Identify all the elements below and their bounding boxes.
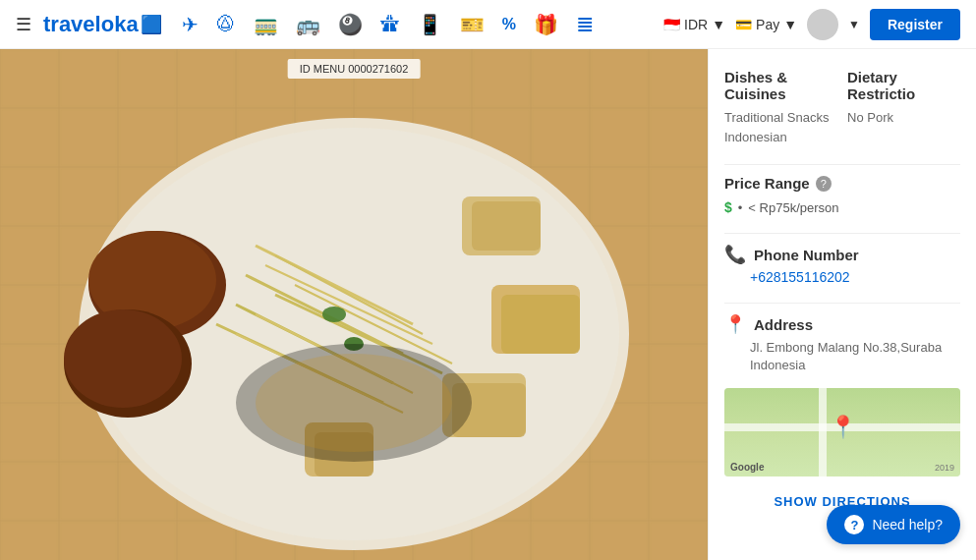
dishes-value: Traditional Snacks Indonesian: [724, 108, 837, 146]
sim-icon[interactable]: 📱: [418, 13, 442, 36]
register-button[interactable]: Register: [870, 9, 960, 40]
currency-chevron-icon: ▼: [712, 17, 725, 32]
svg-rect-21: [472, 201, 541, 251]
gift-icon[interactable]: 🎁: [534, 13, 558, 36]
food-image-container: ID MENU 0000271602: [0, 49, 708, 560]
more-icon[interactable]: ≣: [576, 12, 594, 37]
dishes-column: Dishes & Cuisines Traditional Snacks Ind…: [724, 69, 837, 146]
navbar: ☰ traveloka 🟦 ✈ 🟕 🚃 🚌 🎱 🛣 📱 🎫 % 🎁 ≣ 🇮🇩 I…: [0, 0, 976, 49]
dietary-column: Dietary Restrictio No Pork: [847, 69, 960, 146]
address-section: 📍 Address Jl. Embong Malang No.38,Suraba…: [724, 313, 960, 374]
flag-icon: 🇮🇩: [663, 17, 680, 32]
food-image: ID MENU 0000271602: [0, 49, 708, 560]
price-text: < Rp75k/person: [748, 200, 838, 215]
location-icon: 📍: [724, 313, 746, 335]
logo[interactable]: traveloka 🟦: [43, 12, 162, 37]
svg-point-31: [256, 354, 452, 452]
pay-selector[interactable]: 💳 Pay ▼: [735, 17, 797, 32]
main-content: ID MENU 0000271602 Dishes & Cuisines Tra…: [0, 49, 976, 560]
need-help-label: Need help?: [872, 517, 943, 532]
map-background: 📍 Google 2019: [724, 388, 960, 476]
dietary-title: Dietary Restrictio: [847, 69, 960, 102]
help-circle-icon: ?: [844, 515, 864, 534]
dietary-value: No Pork: [847, 108, 960, 128]
phone-icon: 📞: [724, 244, 746, 265]
map-road-vertical: [819, 388, 827, 476]
address-header: 📍 Address: [724, 313, 960, 335]
need-help-button[interactable]: ? Need help?: [827, 505, 960, 544]
hotel-icon[interactable]: 🟕: [216, 13, 236, 35]
dishes-title: Dishes & Cuisines: [724, 69, 837, 102]
currency-selector[interactable]: 🇮🇩 IDR ▼: [663, 17, 725, 32]
pay-label: Pay: [756, 17, 779, 32]
ticket-icon[interactable]: 🎫: [460, 13, 485, 36]
info-panel: Dishes & Cuisines Traditional Snacks Ind…: [708, 49, 976, 560]
currency-label: IDR: [684, 17, 708, 32]
logo-bird-icon: 🟦: [141, 14, 162, 35]
flight-icon[interactable]: ✈: [182, 13, 199, 36]
price-bullet: •: [738, 200, 743, 215]
promo-icon[interactable]: %: [502, 16, 516, 33]
phone-number[interactable]: +628155116202: [750, 269, 960, 285]
avatar[interactable]: [807, 9, 838, 40]
phone-title: Phone Number: [754, 247, 859, 263]
svg-rect-23: [501, 295, 580, 354]
train-icon[interactable]: 🚃: [254, 13, 278, 36]
nav-right: 🇮🇩 IDR ▼ 💳 Pay ▼ ▼ Register: [663, 9, 960, 40]
airport-transfer-icon[interactable]: 🛣: [380, 13, 400, 35]
map-year: 2019: [935, 463, 954, 473]
dishes-dietary-section: Dishes & Cuisines Traditional Snacks Ind…: [724, 69, 960, 146]
price-range-header: Price Range ?: [724, 175, 960, 192]
price-range-help-icon[interactable]: ?: [816, 176, 832, 192]
menu-id-text: ID MENU 0000271602: [300, 63, 409, 75]
price-value: $ • < Rp75k/person: [724, 199, 960, 215]
svg-point-9: [64, 309, 182, 408]
logo-text: traveloka: [43, 12, 139, 37]
google-logo: Google: [730, 462, 764, 473]
price-range-title: Price Range: [724, 175, 810, 192]
pay-chevron-icon: ▼: [783, 17, 797, 32]
address-text: Jl. Embong Malang No.38,Suraba Indonesia: [750, 339, 960, 374]
address-title: Address: [754, 316, 813, 333]
bus-icon[interactable]: 🚌: [296, 13, 320, 36]
map-pin-icon: 📍: [830, 415, 856, 440]
wallet-icon: 💳: [735, 17, 752, 32]
svg-point-28: [322, 307, 346, 322]
avatar-chevron-icon: ▼: [848, 18, 860, 31]
hamburger-menu-icon[interactable]: ☰: [16, 14, 31, 35]
divider3: [724, 303, 960, 304]
nav-icons: ✈ 🟕 🚃 🚌 🎱 🛣 📱 🎫 % 🎁 ≣: [182, 12, 663, 37]
price-range-section: Price Range ? $ • < Rp75k/person: [724, 175, 960, 215]
dollar-icon: $: [724, 199, 732, 215]
menu-id-overlay: ID MENU 0000271602: [288, 59, 421, 79]
map-container[interactable]: 📍 Google 2019: [724, 388, 960, 476]
food-background: [0, 49, 708, 560]
divider2: [724, 233, 960, 234]
phone-section: 📞 Phone Number +628155116202: [724, 244, 960, 285]
divider1: [724, 164, 960, 165]
phone-header: 📞 Phone Number: [724, 244, 960, 265]
activity-icon[interactable]: 🎱: [338, 13, 363, 36]
